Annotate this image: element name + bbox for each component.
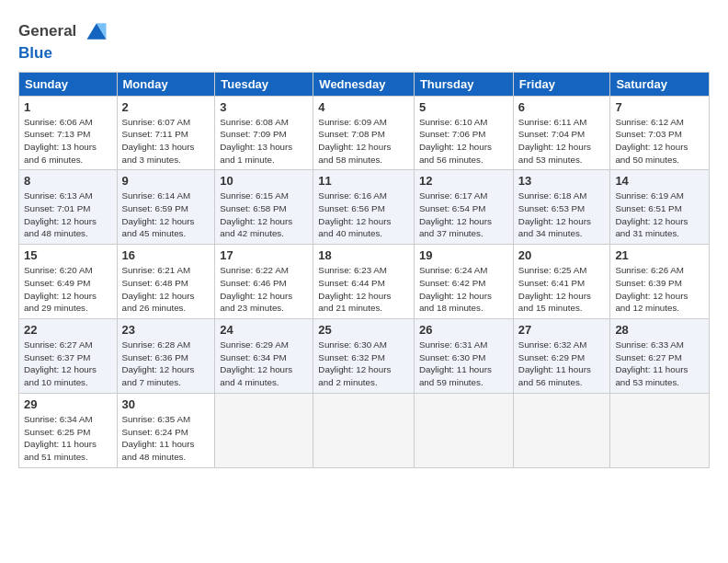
- day-number: 30: [122, 397, 210, 411]
- page: General Blue SundayMondayTuesdayWednesda…: [0, 0, 728, 563]
- day-number: 19: [419, 248, 508, 262]
- col-header-friday: Friday: [513, 72, 610, 96]
- calendar-cell: 5Sunrise: 6:10 AM Sunset: 7:06 PM Daylig…: [414, 96, 513, 170]
- day-number: 27: [518, 323, 606, 337]
- day-number: 21: [615, 248, 704, 262]
- day-info: Sunrise: 6:16 AM Sunset: 6:56 PM Dayligh…: [318, 190, 409, 240]
- day-number: 3: [220, 100, 308, 114]
- day-info: Sunrise: 6:09 AM Sunset: 7:08 PM Dayligh…: [318, 116, 409, 167]
- day-info: Sunrise: 6:08 AM Sunset: 7:09 PM Dayligh…: [220, 116, 308, 167]
- day-number: 7: [615, 100, 704, 114]
- calendar-cell: 10Sunrise: 6:15 AM Sunset: 6:58 PM Dayli…: [215, 170, 313, 245]
- day-info: Sunrise: 6:19 AM Sunset: 6:51 PM Dayligh…: [615, 190, 704, 240]
- calendar-cell: [610, 393, 710, 467]
- col-header-saturday: Saturday: [610, 72, 710, 96]
- day-number: 10: [220, 174, 308, 188]
- day-number: 11: [318, 174, 409, 188]
- day-number: 5: [419, 100, 508, 114]
- calendar-table: SundayMondayTuesdayWednesdayThursdayFrid…: [18, 72, 710, 468]
- calendar-cell: 17Sunrise: 6:22 AM Sunset: 6:46 PM Dayli…: [215, 245, 313, 319]
- day-number: 29: [24, 397, 112, 411]
- header: General Blue: [18, 17, 710, 63]
- logo-blue: Blue: [18, 44, 109, 63]
- day-info: Sunrise: 6:15 AM Sunset: 6:58 PM Dayligh…: [220, 190, 308, 240]
- day-info: Sunrise: 6:14 AM Sunset: 6:59 PM Dayligh…: [122, 190, 210, 240]
- day-number: 8: [24, 174, 112, 188]
- calendar-cell: 18Sunrise: 6:23 AM Sunset: 6:44 PM Dayli…: [313, 245, 415, 319]
- col-header-wednesday: Wednesday: [313, 72, 415, 96]
- col-header-tuesday: Tuesday: [215, 72, 313, 96]
- day-info: Sunrise: 6:27 AM Sunset: 6:37 PM Dayligh…: [24, 339, 112, 389]
- calendar-cell: 27Sunrise: 6:32 AM Sunset: 6:29 PM Dayli…: [513, 318, 610, 393]
- day-info: Sunrise: 6:28 AM Sunset: 6:36 PM Dayligh…: [122, 339, 210, 389]
- day-info: Sunrise: 6:20 AM Sunset: 6:49 PM Dayligh…: [24, 264, 112, 315]
- day-number: 15: [24, 248, 112, 262]
- week-row-4: 22Sunrise: 6:27 AM Sunset: 6:37 PM Dayli…: [19, 318, 710, 393]
- day-number: 24: [220, 323, 308, 337]
- calendar-cell: 26Sunrise: 6:31 AM Sunset: 6:30 PM Dayli…: [414, 318, 513, 393]
- day-info: Sunrise: 6:35 AM Sunset: 6:24 PM Dayligh…: [122, 413, 210, 464]
- calendar-cell: 29Sunrise: 6:34 AM Sunset: 6:25 PM Dayli…: [19, 393, 118, 467]
- logo-text: General Blue: [18, 20, 109, 63]
- calendar-cell: 8Sunrise: 6:13 AM Sunset: 7:01 PM Daylig…: [19, 170, 118, 245]
- day-number: 28: [615, 323, 704, 337]
- day-info: Sunrise: 6:23 AM Sunset: 6:44 PM Dayligh…: [318, 264, 409, 315]
- week-row-3: 15Sunrise: 6:20 AM Sunset: 6:49 PM Dayli…: [19, 245, 710, 319]
- day-info: Sunrise: 6:07 AM Sunset: 7:11 PM Dayligh…: [122, 116, 210, 167]
- col-header-monday: Monday: [117, 72, 215, 96]
- calendar-cell: 13Sunrise: 6:18 AM Sunset: 6:53 PM Dayli…: [513, 170, 610, 245]
- calendar-cell: [313, 393, 415, 467]
- calendar-header-row: SundayMondayTuesdayWednesdayThursdayFrid…: [19, 72, 710, 96]
- day-number: 25: [318, 323, 409, 337]
- calendar-cell: 2Sunrise: 6:07 AM Sunset: 7:11 PM Daylig…: [117, 96, 215, 170]
- day-info: Sunrise: 6:32 AM Sunset: 6:29 PM Dayligh…: [518, 339, 606, 389]
- day-number: 14: [615, 174, 704, 188]
- day-info: Sunrise: 6:11 AM Sunset: 7:04 PM Dayligh…: [518, 116, 606, 167]
- day-info: Sunrise: 6:17 AM Sunset: 6:54 PM Dayligh…: [419, 190, 508, 240]
- logo: General Blue: [18, 20, 109, 63]
- day-info: Sunrise: 6:06 AM Sunset: 7:13 PM Dayligh…: [24, 116, 112, 167]
- day-info: Sunrise: 6:34 AM Sunset: 6:25 PM Dayligh…: [24, 413, 112, 464]
- calendar-cell: 28Sunrise: 6:33 AM Sunset: 6:27 PM Dayli…: [610, 318, 710, 393]
- col-header-thursday: Thursday: [414, 72, 513, 96]
- day-number: 13: [518, 174, 606, 188]
- calendar-cell: 3Sunrise: 6:08 AM Sunset: 7:09 PM Daylig…: [215, 96, 313, 170]
- col-header-sunday: Sunday: [19, 72, 118, 96]
- calendar-cell: 16Sunrise: 6:21 AM Sunset: 6:48 PM Dayli…: [117, 245, 215, 319]
- calendar-cell: 25Sunrise: 6:30 AM Sunset: 6:32 PM Dayli…: [313, 318, 415, 393]
- day-number: 1: [24, 100, 112, 114]
- calendar-cell: 4Sunrise: 6:09 AM Sunset: 7:08 PM Daylig…: [313, 96, 415, 170]
- day-info: Sunrise: 6:18 AM Sunset: 6:53 PM Dayligh…: [518, 190, 606, 240]
- calendar-cell: 21Sunrise: 6:26 AM Sunset: 6:39 PM Dayli…: [610, 245, 710, 319]
- calendar-cell: [513, 393, 610, 467]
- calendar-cell: 6Sunrise: 6:11 AM Sunset: 7:04 PM Daylig…: [513, 96, 610, 170]
- day-info: Sunrise: 6:12 AM Sunset: 7:03 PM Dayligh…: [615, 116, 704, 167]
- week-row-2: 8Sunrise: 6:13 AM Sunset: 7:01 PM Daylig…: [19, 170, 710, 245]
- day-info: Sunrise: 6:33 AM Sunset: 6:27 PM Dayligh…: [615, 339, 704, 389]
- calendar-cell: 7Sunrise: 6:12 AM Sunset: 7:03 PM Daylig…: [610, 96, 710, 170]
- calendar-cell: 20Sunrise: 6:25 AM Sunset: 6:41 PM Dayli…: [513, 245, 610, 319]
- day-info: Sunrise: 6:31 AM Sunset: 6:30 PM Dayligh…: [419, 339, 508, 389]
- day-info: Sunrise: 6:25 AM Sunset: 6:41 PM Dayligh…: [518, 264, 606, 315]
- calendar-cell: 12Sunrise: 6:17 AM Sunset: 6:54 PM Dayli…: [414, 170, 513, 245]
- calendar-cell: 11Sunrise: 6:16 AM Sunset: 6:56 PM Dayli…: [313, 170, 415, 245]
- calendar-cell: 24Sunrise: 6:29 AM Sunset: 6:34 PM Dayli…: [215, 318, 313, 393]
- day-number: 12: [419, 174, 508, 188]
- day-number: 16: [122, 248, 210, 262]
- calendar-cell: 9Sunrise: 6:14 AM Sunset: 6:59 PM Daylig…: [117, 170, 215, 245]
- day-number: 23: [122, 323, 210, 337]
- day-number: 17: [220, 248, 308, 262]
- calendar-cell: 19Sunrise: 6:24 AM Sunset: 6:42 PM Dayli…: [414, 245, 513, 319]
- day-info: Sunrise: 6:24 AM Sunset: 6:42 PM Dayligh…: [419, 264, 508, 315]
- day-number: 6: [518, 100, 606, 114]
- calendar-cell: 23Sunrise: 6:28 AM Sunset: 6:36 PM Dayli…: [117, 318, 215, 393]
- calendar-cell: [414, 393, 513, 467]
- day-number: 2: [122, 100, 210, 114]
- day-number: 4: [318, 100, 409, 114]
- day-number: 20: [518, 248, 606, 262]
- calendar-cell: [215, 393, 313, 467]
- calendar-cell: 15Sunrise: 6:20 AM Sunset: 6:49 PM Dayli…: [19, 245, 118, 319]
- day-info: Sunrise: 6:10 AM Sunset: 7:06 PM Dayligh…: [419, 116, 508, 167]
- calendar-cell: 1Sunrise: 6:06 AM Sunset: 7:13 PM Daylig…: [19, 96, 118, 170]
- day-info: Sunrise: 6:22 AM Sunset: 6:46 PM Dayligh…: [220, 264, 308, 315]
